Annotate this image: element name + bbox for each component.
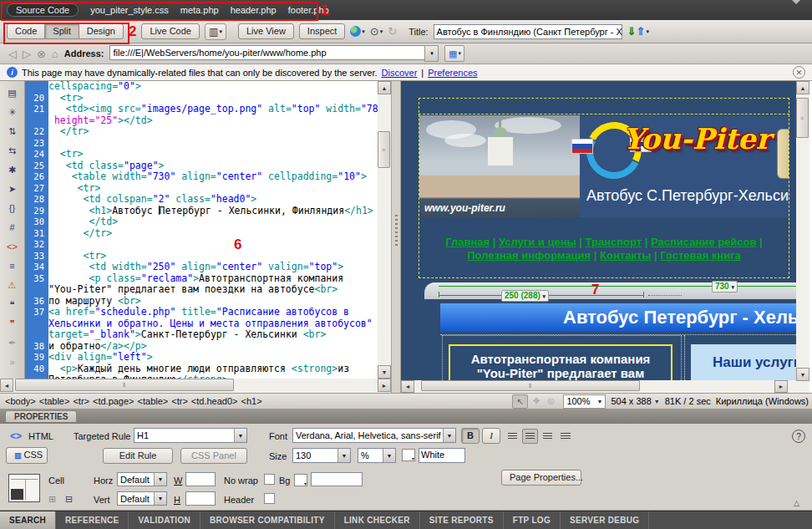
tag-selector-item[interactable]: <td.page> [93, 396, 134, 406]
design-scroll-up-icon[interactable]: ▲ [796, 81, 809, 94]
code-line[interactable]: Хельсинки и обратно. Цены и места отправ… [48, 318, 378, 330]
close-infobar-icon[interactable]: ✕ [793, 66, 805, 79]
size-unit-dropdown[interactable]: %▼ [358, 448, 396, 463]
code-line[interactable]: <h1>Автобус Петербург - Хельсинки, Финля… [48, 206, 378, 217]
table-width-menu-730[interactable]: 730 ▾ [712, 281, 738, 292]
validate-markup-icon[interactable]: ⊙▾ [370, 25, 383, 38]
refresh-design-view-icon[interactable]: ↻ [388, 25, 397, 38]
select-parent-tag-icon[interactable]: ➤ [3, 181, 22, 197]
inspect-button[interactable]: Inspect [299, 23, 345, 39]
forward-icon[interactable]: ▷ [23, 48, 31, 60]
select-tool-icon[interactable]: ↖ [512, 394, 528, 409]
design-view[interactable]: www.you-piter.ru You-Piter Автобус С.Пет… [401, 81, 796, 393]
remove-comment-icon[interactable]: ❞ [3, 315, 22, 332]
split-cell-icon[interactable]: ⊟ [65, 494, 73, 505]
tag-selector-item[interactable]: <tr> [171, 396, 188, 406]
live-view-button[interactable]: Live View [238, 23, 294, 39]
code-line[interactable]: <a href="schedule.php" title="Расписание… [48, 307, 378, 318]
file-management-icon[interactable]: ⇓⇑▾ [627, 25, 649, 38]
header-checkbox[interactable] [264, 493, 275, 504]
vert-dropdown[interactable]: Default▼ [117, 491, 167, 506]
collapse-selection-icon[interactable]: ⇆ [3, 142, 22, 159]
design-hscroll-thumb[interactable]: ⦀ [421, 380, 640, 391]
site-nav-link[interactable]: Главная [445, 236, 490, 248]
edit-rule-button[interactable]: Edit Rule [103, 448, 173, 464]
code-line[interactable]: <td class="page"> [48, 160, 378, 172]
code-line[interactable]: <td colspan="2" class="head0"> [48, 194, 378, 206]
code-scroll-up-icon[interactable]: ▲ [378, 81, 391, 94]
design-scroll-right-icon[interactable]: ► [774, 380, 788, 393]
results-tab-ftp-log[interactable]: FTP LOG [504, 511, 561, 529]
site-nav-link[interactable]: Транспорт [586, 236, 642, 248]
preview-in-browser-icon[interactable]: ▾ [350, 26, 365, 37]
view-options-icon[interactable]: ▦▾ [444, 45, 464, 62]
align-center-icon[interactable] [522, 429, 538, 444]
filter-related-files-icon[interactable] [790, 4, 804, 16]
code-scroll-down-icon[interactable]: ▼ [378, 365, 391, 379]
collapse-full-tag-icon[interactable]: ⇅ [3, 123, 22, 140]
magnification-dropdown[interactable]: 100%▼ [563, 394, 606, 409]
code-editor[interactable]: cellspacing="0"> <tr> <td><img src="imag… [48, 81, 378, 379]
code-line[interactable]: <tr> [48, 149, 378, 160]
results-tab-browser-compatibility[interactable]: BROWSER COMPATIBILITY [200, 511, 335, 529]
code-vscrollbar[interactable]: ▲ ≡ ▼ [378, 81, 391, 379]
site-nav-link[interactable]: Услуги и цены [499, 236, 576, 248]
tag-selector-item[interactable]: <table> [39, 396, 70, 406]
code-line[interactable]: </tr> [48, 228, 378, 240]
code-line[interactable]: <p>Каждый день многие люди отправляются … [48, 364, 378, 375]
back-icon[interactable]: ◁ [8, 48, 17, 60]
targeted-rule-dropdown[interactable]: H1▼ [134, 428, 247, 443]
live-code-button[interactable]: Live Code [141, 23, 200, 39]
no-wrap-checkbox[interactable] [264, 474, 275, 485]
code-line[interactable]: по маршруту <br> [48, 296, 378, 308]
address-input[interactable]: file:///E|/WebServers/home/you-piter/www… [109, 45, 425, 60]
code-line[interactable]: и обратно</a></p> [48, 341, 378, 353]
bold-button[interactable]: B [461, 428, 480, 444]
apply-comment-icon[interactable]: ❝ [3, 296, 22, 313]
preferences-link[interactable]: Preferences [428, 68, 477, 78]
document-title-input[interactable]: Автобус в Финляндию (Санкт Петербург - Х… [434, 24, 622, 39]
results-tab-search[interactable]: SEARCH [0, 511, 56, 529]
code-line[interactable] [48, 138, 378, 150]
code-line[interactable]: <tr> [48, 93, 378, 104]
code-line[interactable] [48, 239, 378, 251]
code-hscroll-thumb[interactable]: ⦀ [15, 379, 234, 391]
tag-selector[interactable]: <body><table><tr><td.page><table><tr><td… [0, 396, 266, 406]
font-dropdown[interactable]: Verdana, Arial, Helvetica, sans-serif▼ [292, 428, 456, 443]
more-icon[interactable]: » [3, 354, 22, 370]
bg-color-swatch[interactable] [294, 474, 307, 486]
code-line[interactable]: <p class="reclama">Автотранспортная комп… [48, 273, 378, 285]
italic-button[interactable]: I [482, 428, 500, 444]
cell-width-input[interactable] [185, 472, 216, 486]
bg-color-input[interactable] [311, 472, 363, 486]
tag-selector-item[interactable]: <body> [5, 396, 36, 406]
cell-height-input[interactable] [185, 491, 216, 506]
code-vscroll-thumb[interactable]: ≡ [378, 131, 390, 168]
syntax-error-alerts-icon[interactable]: ⚠ [3, 277, 22, 293]
site-nav-link[interactable]: Расписание рейсов [651, 236, 756, 248]
code-line[interactable]: </td> [48, 216, 378, 228]
code-hscrollbar[interactable]: ◄ ⦀ ► [0, 379, 391, 393]
code-line[interactable]: <tr> [48, 251, 378, 262]
align-justify-icon[interactable] [557, 429, 573, 444]
code-line[interactable]: height="25"></td> [48, 115, 378, 127]
code-line[interactable]: <tr> [48, 183, 378, 195]
size-dropdown[interactable]: 130▼ [292, 448, 351, 463]
design-vscrollbar[interactable]: ▲ ≡ ▼ [796, 81, 809, 393]
code-scroll-right-icon[interactable]: ► [378, 379, 391, 392]
code-line[interactable]: <td width="250" align="center" valign="t… [48, 262, 378, 273]
css-mode-button[interactable]: ▥ CSS [6, 447, 48, 464]
table-width-menu-250[interactable]: 250 (288) ▾ [501, 290, 549, 302]
design-hscrollbar[interactable]: ◄ ⦀ ► [401, 380, 796, 393]
help-icon[interactable]: ? [792, 430, 805, 443]
stop-icon[interactable]: ⊗ [37, 48, 46, 60]
html-mode-button[interactable]: HTML [28, 431, 53, 441]
code-line[interactable]: <td><img src="images/page_top.png" alt="… [48, 104, 378, 115]
balance-braces-icon[interactable]: {} [3, 200, 22, 216]
split-view-divider[interactable] [391, 81, 401, 393]
code-line[interactable]: <div align="left"> [48, 352, 378, 364]
format-source-code-icon[interactable]: ✒ [3, 334, 22, 351]
zoom-tool-icon[interactable]: ◎ [544, 394, 558, 407]
tag-selector-item[interactable]: <td.head0> [191, 396, 238, 406]
align-right-icon[interactable] [540, 429, 556, 444]
